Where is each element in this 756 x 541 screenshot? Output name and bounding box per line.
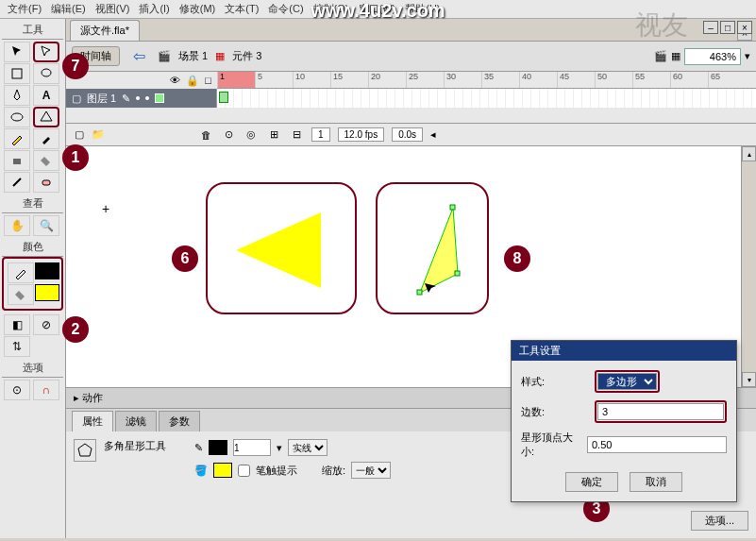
stroke-width-input[interactable] bbox=[233, 439, 271, 456]
ink-bottle-tool[interactable] bbox=[4, 150, 30, 171]
oval-tool[interactable] bbox=[4, 107, 30, 127]
menu-insert[interactable]: 插入(I) bbox=[135, 0, 173, 18]
svg-rect-0 bbox=[12, 69, 22, 78]
frame-tick[interactable]: 10 bbox=[293, 72, 330, 88]
menu-commands[interactable]: 命令(C) bbox=[264, 0, 307, 18]
onion-outline-icon[interactable]: ◎ bbox=[244, 127, 259, 143]
no-color-button[interactable]: ⊘ bbox=[33, 314, 59, 335]
scene-label[interactable]: 场景 1 bbox=[178, 49, 208, 63]
frame-tick[interactable]: 45 bbox=[557, 72, 595, 88]
scroll-up-icon[interactable]: ▴ bbox=[742, 146, 756, 161]
tab-filters[interactable]: 滤镜 bbox=[115, 411, 157, 431]
svg-marker-7 bbox=[420, 208, 458, 293]
menu-modify[interactable]: 修改(M) bbox=[176, 0, 220, 18]
zoom-tool[interactable]: 🔍 bbox=[33, 215, 59, 236]
pencil-icon: ✎ bbox=[122, 93, 130, 105]
brush-hint-checkbox[interactable] bbox=[238, 465, 250, 477]
pencil-tool[interactable] bbox=[4, 128, 30, 149]
stage-vscroll[interactable]: ▴ ▾ bbox=[741, 146, 756, 387]
edit-scene-icon[interactable]: 🎬 bbox=[654, 50, 667, 62]
frames-track[interactable] bbox=[217, 89, 756, 108]
style-select[interactable]: 多边形 bbox=[597, 373, 657, 390]
subselection-tool[interactable] bbox=[33, 42, 59, 62]
snap-option[interactable]: ⊙ bbox=[4, 380, 30, 400]
frame-tick[interactable]: 35 bbox=[481, 72, 519, 88]
swap-colors-button[interactable]: ⇅ bbox=[4, 336, 30, 357]
scroll-down-icon[interactable]: ▾ bbox=[742, 372, 756, 387]
layer-visible-dot[interactable] bbox=[136, 96, 140, 100]
menu-file[interactable]: 文件(F) bbox=[4, 0, 45, 18]
tool-panel: 工具 A 查看 ✋ 🔍 颜色 bbox=[0, 19, 66, 538]
svg-rect-9 bbox=[455, 271, 460, 276]
sides-input[interactable] bbox=[597, 403, 724, 420]
zoom-dropdown-icon[interactable]: ▾ bbox=[745, 50, 750, 62]
frame-tick[interactable]: 25 bbox=[406, 72, 444, 88]
stroke-pencil-icon bbox=[8, 262, 34, 283]
polystar-tool[interactable] bbox=[33, 107, 59, 127]
stroke-width-slider[interactable]: ▾ bbox=[277, 442, 282, 454]
annotation-badge-2: 2 bbox=[62, 316, 89, 343]
black-white-button[interactable]: ◧ bbox=[4, 314, 30, 335]
layer-lock-dot[interactable] bbox=[145, 96, 149, 100]
text-tool[interactable]: A bbox=[33, 85, 59, 106]
stroke-style-select[interactable]: 实线 bbox=[288, 439, 328, 456]
paint-bucket-tool[interactable] bbox=[33, 150, 59, 171]
back-button[interactable]: ⇦ bbox=[127, 47, 150, 66]
keyframe[interactable] bbox=[219, 92, 228, 103]
lasso-tool[interactable] bbox=[33, 63, 59, 84]
dialog-title: 工具设置 bbox=[512, 341, 736, 361]
eyedropper-tool[interactable] bbox=[4, 172, 30, 193]
timeline-ruler[interactable]: 1 5 10 15 20 25 30 35 40 45 50 55 60 65 bbox=[217, 72, 756, 89]
outline-icon[interactable]: □ bbox=[205, 75, 211, 86]
new-folder-icon[interactable]: 📁 bbox=[91, 127, 106, 143]
modify-markers-icon[interactable]: ⊟ bbox=[289, 127, 304, 143]
frame-tick[interactable]: 20 bbox=[368, 72, 406, 88]
frame-tick[interactable]: 60 bbox=[670, 72, 708, 88]
frame-tick[interactable]: 30 bbox=[444, 72, 481, 88]
tab-properties[interactable]: 属性 bbox=[72, 411, 113, 431]
edit-multiple-icon[interactable]: ⊞ bbox=[266, 127, 281, 143]
symbol-label[interactable]: 元件 3 bbox=[232, 49, 261, 63]
lock-icon[interactable]: 🔒 bbox=[186, 75, 199, 87]
eraser-tool[interactable] bbox=[33, 172, 59, 193]
magnet-option[interactable]: ∩ bbox=[33, 380, 59, 400]
delete-layer-icon[interactable]: 🗑 bbox=[198, 127, 213, 143]
frame-tick[interactable]: 55 bbox=[632, 72, 670, 88]
frame-tick[interactable]: 50 bbox=[595, 72, 632, 88]
layer-name[interactable]: 图层 1 bbox=[87, 92, 116, 106]
frame-tick[interactable]: 65 bbox=[708, 72, 746, 88]
menu-edit[interactable]: 编辑(E) bbox=[47, 0, 90, 18]
free-transform-tool[interactable] bbox=[4, 63, 30, 84]
stroke-swatch[interactable] bbox=[209, 440, 227, 455]
edit-symbol-icon[interactable]: ▦ bbox=[671, 50, 680, 62]
ok-button[interactable]: 确定 bbox=[565, 472, 618, 492]
fill-color-swatch[interactable] bbox=[35, 284, 59, 301]
stroke-color-swatch[interactable] bbox=[35, 262, 59, 279]
svg-marker-6 bbox=[236, 212, 321, 288]
hand-tool[interactable]: ✋ bbox=[4, 215, 30, 236]
brush-tool[interactable] bbox=[33, 128, 59, 149]
menu-view[interactable]: 视图(V) bbox=[92, 0, 134, 18]
tab-params[interactable]: 参数 bbox=[159, 411, 200, 431]
menu-text[interactable]: 文本(T) bbox=[221, 0, 262, 18]
onion-skin-icon[interactable]: ⊙ bbox=[221, 127, 236, 143]
scale-select[interactable]: 一般 bbox=[351, 462, 391, 479]
new-layer-icon[interactable]: ▢ bbox=[72, 127, 87, 143]
frame-tick[interactable]: 1 bbox=[217, 72, 255, 88]
annotation-badge-1: 1 bbox=[62, 144, 89, 171]
layer-row[interactable]: ▢ 图层 1 ✎ bbox=[66, 89, 756, 108]
layer-outline-sq[interactable] bbox=[155, 93, 164, 103]
star-point-input[interactable] bbox=[587, 436, 727, 453]
timeline-scroll-left[interactable]: ◂ bbox=[430, 128, 436, 141]
options-button[interactable]: 选项... bbox=[691, 511, 748, 531]
cancel-button[interactable]: 取消 bbox=[630, 472, 682, 492]
document-tab[interactable]: 源文件.fla* bbox=[70, 20, 140, 41]
frame-tick[interactable]: 40 bbox=[519, 72, 557, 88]
zoom-input[interactable] bbox=[684, 48, 741, 65]
pen-tool[interactable] bbox=[4, 85, 30, 106]
selection-tool[interactable] bbox=[4, 42, 30, 62]
fill-swatch[interactable] bbox=[213, 463, 232, 478]
show-hide-icon[interactable]: 👁 bbox=[170, 75, 180, 86]
frame-tick[interactable]: 5 bbox=[255, 72, 293, 88]
frame-tick[interactable]: 15 bbox=[330, 72, 368, 88]
